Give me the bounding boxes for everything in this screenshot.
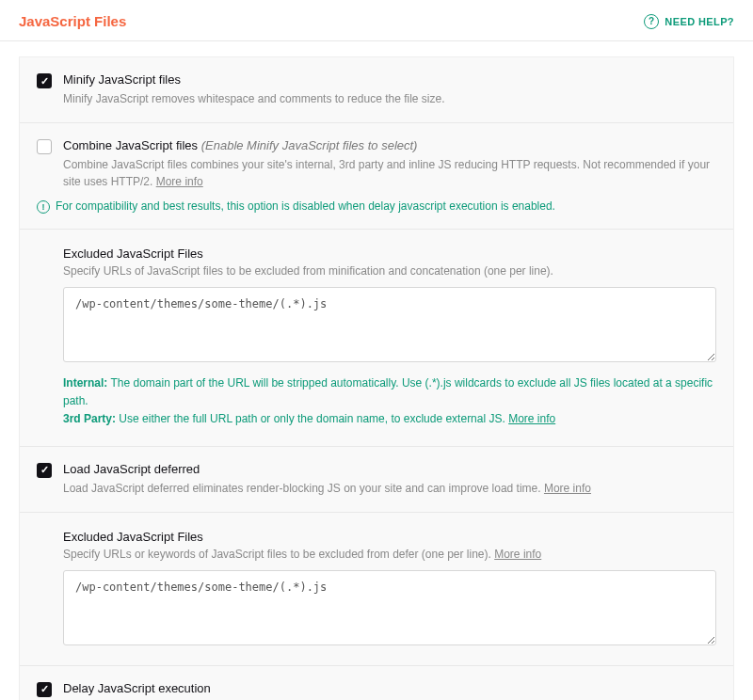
combine-checkbox[interactable] <box>37 139 52 154</box>
minify-title: Minify JavaScript files <box>63 72 716 87</box>
delay-title: Delay JavaScript execution <box>63 681 716 695</box>
combine-hint: (Enable Minify JavaScript files to selec… <box>201 138 418 152</box>
combine-warning: ! For compatibility and best results, th… <box>37 199 716 214</box>
minify-checkbox[interactable] <box>37 73 52 88</box>
settings-panel: Minify JavaScript files Minify JavaScrip… <box>19 56 734 700</box>
delay-section: Delay JavaScript execution Improves perf… <box>20 665 733 700</box>
defer-desc: Load JavaScript deferred eliminates rend… <box>63 480 716 497</box>
excluded-defer-textarea[interactable] <box>63 570 716 645</box>
excluded-defer-title: Excluded JavaScript Files <box>63 530 716 544</box>
note-internal-label: Internal: <box>63 376 107 390</box>
defer-title: Load JavaScript deferred <box>63 462 716 476</box>
defer-section: Load JavaScript deferred Load JavaScript… <box>20 446 733 512</box>
warning-icon: ! <box>37 200 50 214</box>
excluded-defer-desc: Specify URLs or keywords of JavaScript f… <box>63 548 716 561</box>
note-third-label: 3rd Party: <box>63 412 116 425</box>
help-icon: ? <box>644 14 659 29</box>
combine-desc: Combine JavaScript files combines your s… <box>63 156 716 190</box>
minify-desc: Minify JavaScript removes whitespace and… <box>63 90 716 107</box>
combine-title: Combine JavaScript files (Enable Minify … <box>63 138 716 152</box>
excluded-minify-more-link[interactable]: More info <box>508 412 555 425</box>
combine-section: Combine JavaScript files (Enable Minify … <box>20 122 733 229</box>
minify-section: Minify JavaScript files Minify JavaScrip… <box>20 57 733 122</box>
excluded-defer-desc-more-link[interactable]: More info <box>494 548 541 561</box>
page-header: JavaScript Files ? NEED HELP? <box>0 0 753 41</box>
excluded-minify-title: Excluded JavaScript Files <box>63 247 716 261</box>
defer-checkbox[interactable] <box>37 463 52 478</box>
need-help-label: NEED HELP? <box>665 16 734 27</box>
excluded-minify-textarea[interactable] <box>63 287 716 362</box>
excluded-minify-section: Excluded JavaScript Files Specify URLs o… <box>20 229 733 446</box>
excluded-minify-note: Internal: The domain part of the URL wil… <box>63 374 716 429</box>
combine-more-link[interactable]: More info <box>156 175 203 188</box>
need-help-link[interactable]: ? NEED HELP? <box>644 14 734 29</box>
delay-checkbox[interactable] <box>37 682 52 697</box>
excluded-defer-section: Excluded JavaScript Files Specify URLs o… <box>20 512 733 665</box>
combine-warning-text: For compatibility and best results, this… <box>56 199 555 213</box>
page-title: JavaScript Files <box>19 13 126 29</box>
defer-more-link[interactable]: More info <box>544 482 591 495</box>
combine-title-text: Combine JavaScript files <box>63 138 198 152</box>
excluded-minify-desc: Specify URLs of JavaScript files to be e… <box>63 264 716 278</box>
